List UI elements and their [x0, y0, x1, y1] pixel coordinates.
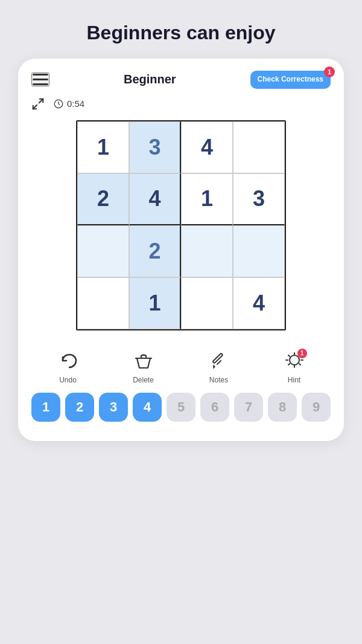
menu-button[interactable]	[31, 72, 49, 86]
num-button-5[interactable]: 5	[167, 393, 195, 422]
sudoku-cell[interactable]: 2	[129, 225, 181, 277]
delete-label: Delete	[133, 376, 154, 384]
notes-button[interactable]: Notes	[208, 350, 230, 384]
svg-rect-3	[212, 353, 223, 363]
undo-button[interactable]: Undo	[57, 350, 80, 384]
undo-icon	[57, 350, 80, 373]
toolbar: Undo Delete Note	[18, 341, 344, 388]
svg-line-4	[217, 361, 221, 364]
svg-line-11	[299, 364, 300, 365]
notes-label: Notes	[209, 376, 228, 384]
sudoku-cell[interactable]: 3	[129, 121, 181, 173]
page-title: Beginners can enjoy	[87, 22, 276, 44]
sudoku-cell[interactable]: 1	[181, 173, 233, 225]
sudoku-cell[interactable]: 1	[129, 277, 181, 329]
sudoku-cell[interactable]	[181, 277, 233, 329]
hint-button[interactable]: 1 Hint	[283, 350, 306, 384]
num-button-3[interactable]: 3	[99, 393, 128, 422]
num-button-4[interactable]: 4	[133, 393, 162, 422]
undo-label: Undo	[59, 376, 77, 384]
game-card: Beginner Check Correctness 1 0:54 134241…	[18, 59, 344, 441]
hint-label: Hint	[288, 376, 300, 384]
num-button-9[interactable]: 9	[302, 393, 331, 422]
numpad: 123456789	[18, 388, 344, 424]
num-button-1[interactable]: 1	[31, 393, 60, 422]
sudoku-cell[interactable]: 4	[233, 277, 285, 329]
num-button-6[interactable]: 6	[200, 393, 229, 422]
sudoku-cell[interactable]: 4	[129, 173, 181, 225]
timer-row: 0:54	[18, 95, 344, 115]
num-button-7[interactable]: 7	[234, 393, 263, 422]
sudoku-cell[interactable]: 1	[77, 121, 129, 173]
difficulty-label: Beginner	[124, 72, 176, 86]
num-button-8[interactable]: 8	[268, 393, 297, 422]
hint-badge: 1	[297, 349, 307, 358]
hint-icon: 1	[283, 350, 306, 373]
delete-button[interactable]: Delete	[132, 350, 155, 384]
expand-icon[interactable]	[31, 97, 45, 111]
check-correctness-button[interactable]: Check Correctness 1	[250, 71, 331, 89]
sudoku-grid-wrapper: 1342413214	[70, 120, 292, 330]
num-button-2[interactable]: 2	[65, 393, 94, 422]
sudoku-cell[interactable]	[181, 225, 233, 277]
game-header: Beginner Check Correctness 1	[18, 59, 344, 95]
delete-icon	[132, 350, 155, 373]
notes-icon	[208, 350, 230, 373]
timer-value: 0:54	[67, 98, 84, 109]
check-badge: 1	[324, 66, 335, 77]
svg-line-13	[288, 364, 290, 365]
sudoku-cell[interactable]: 3	[233, 173, 285, 225]
sudoku-cell[interactable]	[77, 277, 129, 329]
sudoku-cell[interactable]	[233, 121, 285, 173]
sudoku-cell[interactable]: 4	[181, 121, 233, 173]
svg-line-10	[288, 355, 290, 356]
sudoku-grid: 1342413214	[76, 120, 286, 330]
clock-icon	[53, 98, 64, 109]
sudoku-cell[interactable]: 2	[77, 173, 129, 225]
svg-point-5	[290, 355, 299, 365]
sudoku-cell[interactable]	[77, 225, 129, 277]
timer-display: 0:54	[53, 98, 84, 109]
sudoku-cell[interactable]	[233, 225, 285, 277]
